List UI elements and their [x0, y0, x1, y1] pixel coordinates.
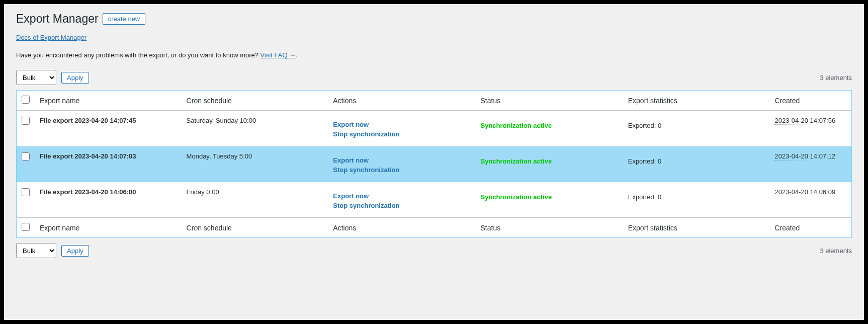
row-stats: Exported: 0: [623, 182, 770, 218]
faq-prefix: Have you encountered any problems with t…: [16, 51, 261, 59]
toolbar-bottom: Bulk Apply 3 elements: [16, 243, 852, 258]
row-checkbox[interactable]: [22, 152, 30, 160]
page-header: Export Manager create new: [16, 12, 852, 26]
bulk-select-bottom[interactable]: Bulk: [16, 243, 56, 258]
table-footer-row: Export name Cron schedule Actions Status…: [17, 218, 852, 238]
row-cron: Friday 0:00: [182, 182, 328, 218]
page-title: Export Manager: [16, 12, 99, 26]
row-actions: Export now Stop synchronization: [328, 111, 475, 146]
stop-sync-link[interactable]: Stop synchronization: [333, 130, 470, 138]
select-all-bottom[interactable]: [22, 223, 30, 231]
col-header-name[interactable]: Export name: [35, 91, 182, 111]
create-new-button[interactable]: create new: [103, 13, 146, 25]
bulk-select-top[interactable]: Bulk: [16, 70, 56, 85]
row-actions: Export now Stop synchronization: [328, 182, 475, 218]
col-footer-created: Created: [769, 218, 851, 238]
created-timestamp: 2023-04-20 14:06:09: [774, 188, 835, 196]
apply-button-bottom[interactable]: Apply: [61, 245, 89, 257]
table-row: File export 2023-04-20 14:06:00 Friday 0…: [17, 182, 852, 218]
status-badge: Synchronization active: [481, 122, 552, 129]
toolbar-top: Bulk Apply 3 elements: [16, 70, 852, 85]
row-created: 2023-04-20 14:06:09: [769, 182, 851, 218]
stop-sync-link[interactable]: Stop synchronization: [333, 166, 470, 174]
row-checkbox[interactable]: [22, 117, 30, 125]
row-name[interactable]: File export 2023-04-20 14:07:03: [35, 146, 182, 182]
row-cron: Monday, Tuesday 5:00: [182, 146, 328, 182]
col-header-actions: Actions: [328, 91, 475, 111]
row-status: Synchronization active: [476, 111, 623, 146]
col-header-status: Status: [476, 91, 623, 111]
col-footer-cron: Cron schedule: [182, 218, 328, 238]
status-badge: Synchronization active: [481, 157, 552, 165]
row-cron: Saturday, Sunday 10:00: [182, 111, 328, 146]
created-timestamp: 2023-04-20 14:07:12: [774, 152, 835, 160]
apply-button-top[interactable]: Apply: [61, 72, 89, 84]
select-all-top[interactable]: [22, 96, 30, 104]
table-row: File export 2023-04-20 14:07:45 Saturday…: [17, 111, 852, 146]
table-row: File export 2023-04-20 14:07:03 Monday, …: [17, 146, 852, 182]
exports-table: Export name Cron schedule Actions Status…: [16, 90, 852, 238]
export-now-link[interactable]: Export now: [333, 156, 470, 164]
col-header-stats: Export statistics: [623, 91, 770, 111]
row-status: Synchronization active: [476, 146, 623, 182]
row-name[interactable]: File export 2023-04-20 14:06:00: [35, 182, 182, 218]
faq-text: Have you encountered any problems with t…: [16, 51, 852, 59]
row-actions: Export now Stop synchronization: [328, 146, 475, 182]
export-now-link[interactable]: Export now: [333, 121, 470, 128]
row-created: 2023-04-20 14:07:12: [769, 146, 851, 182]
stop-sync-link[interactable]: Stop synchronization: [333, 202, 470, 209]
created-timestamp: 2023-04-20 14:07:56: [774, 117, 835, 125]
row-created: 2023-04-20 14:07:56: [769, 111, 851, 146]
page-frame: Export Manager create new Docs of Export…: [4, 4, 864, 320]
col-header-cron: Cron schedule: [182, 91, 328, 111]
col-footer-stats: Export statistics: [623, 218, 770, 238]
docs-link[interactable]: Docs of Export Manager: [16, 34, 86, 41]
row-stats: Exported: 0: [623, 146, 770, 182]
col-footer-actions: Actions: [328, 218, 475, 238]
table-header-row: Export name Cron schedule Actions Status…: [17, 91, 852, 111]
row-stats: Exported: 0: [623, 111, 770, 146]
element-count-top: 3 elements: [820, 74, 852, 82]
status-badge: Synchronization active: [481, 193, 552, 201]
col-footer-name[interactable]: Export name: [35, 218, 182, 238]
faq-link[interactable]: Visit FAQ →: [261, 51, 296, 59]
row-name[interactable]: File export 2023-04-20 14:07:45: [35, 111, 182, 146]
row-checkbox[interactable]: [22, 188, 30, 196]
col-footer-status: Status: [476, 218, 623, 238]
row-status: Synchronization active: [476, 182, 623, 218]
export-now-link[interactable]: Export now: [333, 192, 470, 200]
col-header-created: Created: [769, 91, 851, 111]
element-count-bottom: 3 elements: [820, 247, 852, 255]
